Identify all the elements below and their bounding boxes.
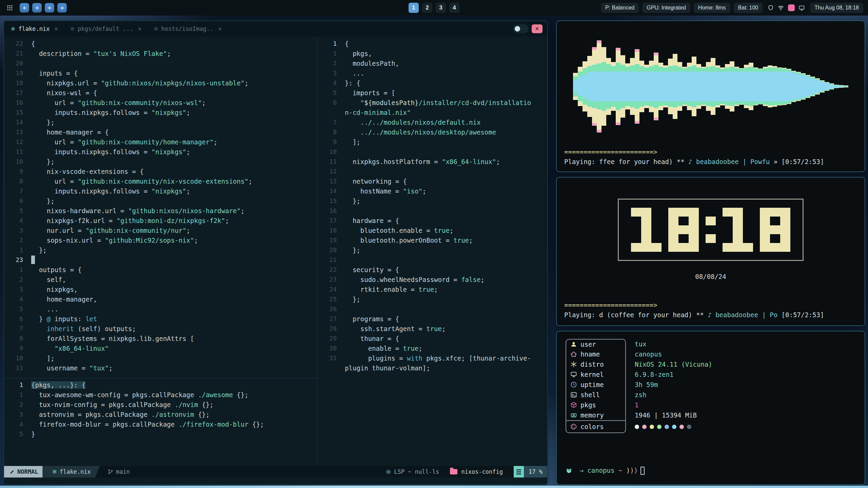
clock-date: 08/08/24 <box>564 272 857 282</box>
window-button-2[interactable]: 2 <box>422 3 432 13</box>
fetch-row: shellzsh <box>566 390 712 400</box>
editor-window[interactable]: ❄flake.nix×❄pkgs/default ...×❄hosts/isoI… <box>3 20 548 485</box>
code-line: 1 tux-awesome-wm-config = pkgs.callPacka… <box>4 390 317 400</box>
fetch-row: usertux <box>566 339 712 349</box>
line-number: 5 <box>4 207 23 214</box>
mode-segment: NORMAL <box>4 466 47 477</box>
tab-close-icon[interactable]: × <box>218 25 221 32</box>
code-line: 18 bluetooth.enable = true; <box>318 225 547 235</box>
shield-icon[interactable] <box>768 5 774 11</box>
visualizer-column <box>692 57 696 116</box>
line-number: 1 <box>4 246 23 253</box>
tab-close-icon[interactable]: × <box>55 25 58 32</box>
visualizer-column <box>734 67 739 106</box>
project-label: nixos-config <box>461 468 503 475</box>
line-number: 3 <box>318 69 337 77</box>
visualizer-column <box>768 65 772 107</box>
visualizer-column <box>820 80 825 93</box>
fetch-row-colors: colors <box>566 420 712 433</box>
color-dot <box>687 425 691 429</box>
fetch-terminal-window[interactable]: usertuxhnamecanopusdistroNixOS 24.11 (Vi… <box>556 331 865 485</box>
fetch-label: pkgs <box>580 400 596 410</box>
window-button-3[interactable]: 3 <box>436 3 446 13</box>
color-dot <box>672 425 676 429</box>
tab-close-icon[interactable]: × <box>138 25 141 32</box>
line-number: 26 <box>318 305 337 312</box>
visualizer-column <box>815 78 820 95</box>
visualizer-column <box>753 67 758 105</box>
line-number: 29 <box>318 335 337 342</box>
editor-pane-pkgs-default[interactable]: 1{pkgs, ...}: {1 tux-awesome-wm-config =… <box>4 379 317 466</box>
workspace-button-1[interactable] <box>20 3 29 13</box>
line-number: 25 <box>318 296 337 303</box>
code-line: 22 security = { <box>318 265 547 274</box>
system-tray <box>768 4 805 11</box>
nix-icon: ❄ <box>11 26 15 32</box>
visualizer-column <box>658 63 663 110</box>
editor-tab[interactable]: ❄pkgs/default ...× <box>70 25 141 32</box>
lsp-status: LSP ~ null-ls <box>380 466 445 477</box>
editor-pane-iso-image[interactable]: 1{1 pkgs,2 modulesPath,3 ...4}: {5 impor… <box>318 37 547 466</box>
line-number: 5 <box>4 430 23 438</box>
display-icon[interactable] <box>798 5 805 11</box>
code-line: 18 nixpkgs.url = "github:nixos/nixpkgs/n… <box>4 78 317 88</box>
clock-terminal-window[interactable]: 08/08/24 =======================> Playin… <box>556 177 865 326</box>
file-segment: ❄ flake.nix <box>42 466 99 477</box>
visualizer-column <box>763 67 768 106</box>
code-line: 21 description = "tux's NixOS Flake"; <box>4 48 317 58</box>
visualizer-column <box>825 82 829 91</box>
kernel-icon <box>570 371 577 378</box>
line-number: 3 <box>4 227 23 234</box>
window-button-4[interactable]: 4 <box>449 3 459 13</box>
prompt-line[interactable]: → canopus ~ ))) <box>566 466 856 475</box>
workspace-button-4[interactable] <box>57 3 67 13</box>
line-number: 14 <box>4 119 23 126</box>
toggle-icon[interactable] <box>513 24 529 33</box>
fetch-rows: usertuxhnamecanopusdistroNixOS 24.11 (Vi… <box>566 339 712 433</box>
code-line: 17 nixos-wsl = { <box>4 88 317 98</box>
clock-pill[interactable]: Thu Aug 08, 18:18 <box>810 3 863 13</box>
app-launcher-icon[interactable] <box>5 3 15 13</box>
visualizer-column <box>654 53 658 120</box>
fetch-value: 3h 59m <box>635 380 658 390</box>
window-close-button[interactable]: × <box>532 24 542 33</box>
visualizer-terminal-window[interactable]: =======================> Playing: ffee f… <box>556 20 865 172</box>
editor-tab[interactable]: ❄flake.nix× <box>11 25 58 32</box>
status-pill: GPU: Integrated <box>642 3 690 13</box>
visualizer-column <box>630 58 635 115</box>
command-line[interactable] <box>4 477 547 484</box>
line-number: 9 <box>318 138 337 145</box>
visualizer-column <box>829 83 834 89</box>
progress-separator: =======================> <box>564 147 857 157</box>
nix-icon: ❄ <box>52 468 57 475</box>
nix-icon: ❄ <box>70 26 75 32</box>
line-number: 13 <box>318 178 337 185</box>
project-segment: nixos-config <box>445 466 508 477</box>
code-line: 7 inputs.nixpkgs.follows = "nixpkgs"; <box>4 186 317 196</box>
code-line: 3 ... <box>318 68 547 78</box>
fetch-label: memory <box>580 410 604 420</box>
code-line: 30 enable = true; <box>318 343 547 353</box>
line-number: 24 <box>318 286 337 293</box>
code-line: 5 ... <box>4 304 317 314</box>
workspace-button-3[interactable] <box>45 3 54 13</box>
visualizer-column <box>573 73 578 100</box>
workspace-list <box>20 3 67 13</box>
clock-digit <box>668 208 699 252</box>
visualizer-column <box>606 58 611 115</box>
fetch-value: zsh <box>635 390 646 400</box>
visualizer <box>564 26 857 147</box>
visualizer-column <box>597 40 601 133</box>
workspace-button-2[interactable] <box>32 3 42 13</box>
tray-badge-icon[interactable] <box>788 4 795 11</box>
code-line: 1{ <box>318 39 547 48</box>
editor-pane-flake[interactable]: 22{21 description = "tux's NixOS Flake";… <box>4 37 317 378</box>
visualizer-column <box>777 67 782 105</box>
prompt-text: ) <box>634 466 638 475</box>
code-line: 8 forAllSystems = nixpkgs.lib.genAttrs [ <box>4 333 317 343</box>
window-button-1[interactable]: 1 <box>409 3 419 13</box>
status-pill: P: Balanced <box>601 3 639 13</box>
wifi-icon[interactable] <box>777 4 784 11</box>
line-number: 15 <box>318 197 337 204</box>
editor-tab[interactable]: ❄hosts/isoImag..× <box>154 25 221 32</box>
